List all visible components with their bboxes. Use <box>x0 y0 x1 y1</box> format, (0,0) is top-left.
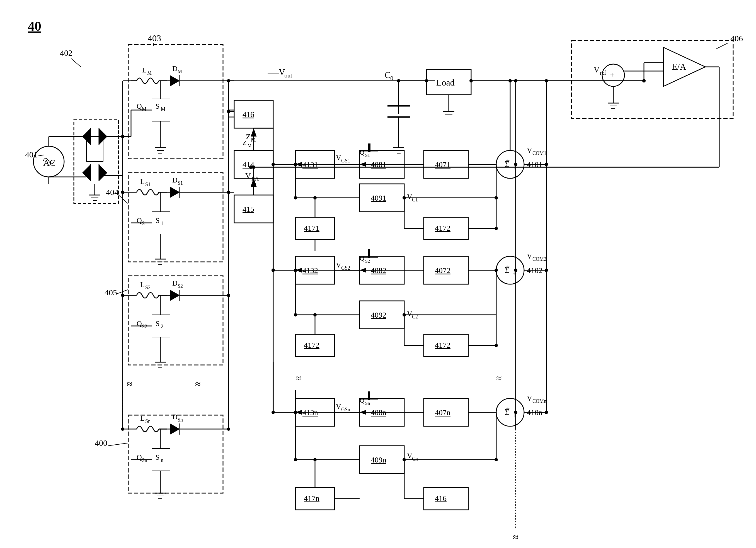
c0-label: C <box>385 70 391 80</box>
block-415-label: 415 <box>243 205 254 214</box>
dm-label: D <box>172 65 178 73</box>
vout-sub: out <box>284 72 292 79</box>
svg-point-265 <box>545 269 548 272</box>
qs2-waveform: Q <box>360 255 364 262</box>
vcomn-sub: COMn <box>532 398 546 404</box>
qsn-waveform: Q <box>360 397 364 404</box>
zm-annot-sub: M <box>248 143 251 148</box>
ea-label: E/A <box>672 62 686 72</box>
approx-right-bot: ≈ <box>513 532 518 543</box>
vcom2-sub: COM2 <box>532 256 546 262</box>
svg-point-273 <box>642 79 646 83</box>
svg-point-192 <box>313 196 317 200</box>
vref-plus: + <box>610 71 614 79</box>
block-416-bot-label: 416 <box>435 494 447 503</box>
vref-sub: ref <box>600 70 606 76</box>
qs1-label: Q <box>137 217 142 225</box>
block-4092-label: 4092 <box>371 310 386 319</box>
main-label: 40 <box>28 19 41 33</box>
dsn-label: D <box>172 413 178 421</box>
ls1-sub: S1 <box>145 182 151 187</box>
approx-mid-right: ≈ <box>496 373 502 384</box>
sigman-plus1: + <box>506 404 510 412</box>
sn-sub: n <box>161 457 163 463</box>
vref-label: V <box>594 66 599 74</box>
approx-mid-left: ≈ <box>295 373 301 384</box>
svg-point-302 <box>514 411 517 414</box>
qs2-sub: S2 <box>142 324 147 329</box>
label-406: 406 <box>730 34 743 43</box>
qm-label: Q <box>137 102 142 110</box>
svg-point-129 <box>425 79 428 83</box>
vgs2-label: V <box>336 261 341 269</box>
ds2-sub: S2 <box>178 283 183 289</box>
qs1-sub: S1 <box>142 221 147 226</box>
block-407n-label: 407n <box>435 408 450 417</box>
vc2-label: V <box>407 310 412 318</box>
svg-point-301 <box>514 269 517 272</box>
approx-2: ≈ <box>195 378 201 389</box>
s2-label: S <box>156 319 159 327</box>
vc1-label: V <box>407 193 412 201</box>
block-409n-label: 409n <box>371 455 386 464</box>
sm-sub: M <box>161 106 165 112</box>
vcomn-label: V <box>527 394 532 402</box>
vcom1-sub: COM1 <box>532 151 546 156</box>
qs2-label: Q <box>137 319 142 327</box>
vcn-label: V <box>407 452 412 460</box>
c0-sub: 0 <box>390 75 393 82</box>
sigma2-plus1: + <box>506 263 510 270</box>
label-405: 405 <box>105 288 117 297</box>
load-label: Load <box>436 77 455 88</box>
block-4172-1-label: 4172 <box>435 224 450 232</box>
label-400: 400 <box>95 438 107 447</box>
block-4091-label: 4091 <box>371 194 386 202</box>
svg-point-271 <box>508 79 512 83</box>
qm-sub: M <box>142 106 146 112</box>
vgsn-label: V <box>336 402 341 411</box>
sm-label: S <box>156 102 159 110</box>
block-4172-3-label: 4172 <box>435 341 450 349</box>
ls2-sub: S2 <box>145 285 151 290</box>
s2-sub: 2 <box>161 324 163 329</box>
ls2-label: L <box>140 280 145 288</box>
sn-label: S <box>156 453 159 461</box>
vgs1-label: V <box>336 154 341 162</box>
s1-sub: 1 <box>161 221 163 226</box>
svg-point-229 <box>403 313 406 316</box>
svg-point-254 <box>313 458 317 461</box>
label-403: 403 <box>148 33 161 43</box>
qsn-waveform-sub: Sn <box>365 401 370 406</box>
vcn-sub: Cn <box>412 456 418 462</box>
svg-point-197 <box>495 227 498 230</box>
block-4171-label: 4171 <box>304 224 319 232</box>
block-416-label: 416 <box>243 110 254 119</box>
circuit-diagram: 40 AC 401 402 <box>0 0 756 548</box>
svg-point-232 <box>495 344 498 347</box>
svg-point-259 <box>403 458 406 461</box>
ds2-label: D <box>172 279 178 287</box>
label-402: 402 <box>60 48 72 57</box>
svg-point-266 <box>545 411 548 414</box>
dsn-sub: Sn <box>178 417 183 423</box>
lsn-label: L <box>140 414 145 422</box>
svg-point-298 <box>272 411 275 414</box>
qs1-waveform: Q <box>360 149 364 156</box>
block-4072-label: 4072 <box>435 266 450 275</box>
svg-point-199 <box>403 196 406 200</box>
vcom2-label: V <box>527 252 532 260</box>
qs1-waveform-sub: S1 <box>365 153 370 158</box>
qs2-waveform-sub: S2 <box>365 259 370 264</box>
block-417n-label: 417n <box>304 494 319 503</box>
qsn-sub: Sn <box>142 457 147 463</box>
label-401: 401 <box>25 150 38 159</box>
vgsn-sub: GSn <box>341 407 350 412</box>
ls1-label: L <box>140 178 145 186</box>
approx-1: ≈ <box>127 378 132 389</box>
svg-point-297 <box>272 269 275 272</box>
ds1-label: D <box>172 176 178 184</box>
ds1-sub: S1 <box>178 180 183 186</box>
svg-point-225 <box>313 313 317 316</box>
s1-label: S <box>156 217 159 225</box>
sigma1-symbol: Σ <box>505 159 510 169</box>
